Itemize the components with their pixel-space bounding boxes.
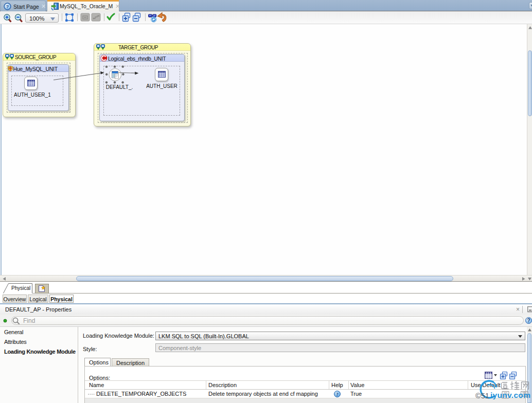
svg-text:?: ?: [336, 392, 339, 397]
svg-text:?: ?: [6, 4, 9, 9]
svg-text:?: ?: [527, 318, 530, 323]
